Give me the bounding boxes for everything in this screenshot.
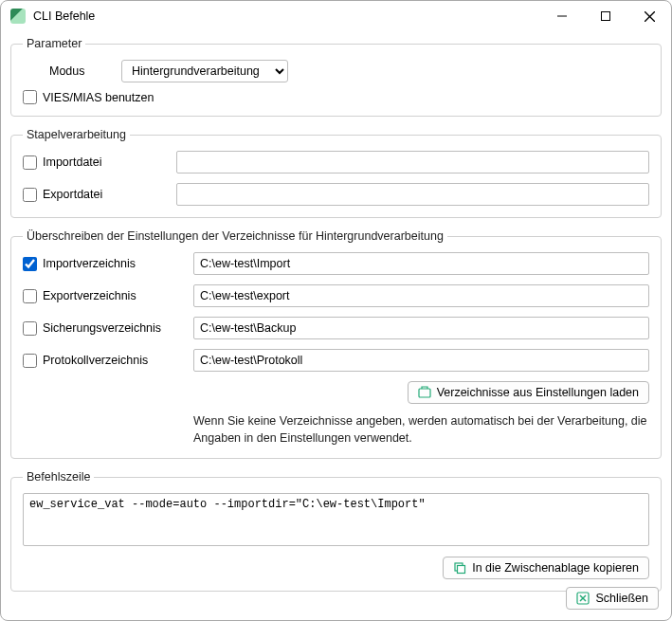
dirs-group: Überschreiben der Einstellungen der Verz…	[10, 229, 662, 459]
cmd-group: Befehlszeile In die Zwischenablage kopie…	[10, 470, 662, 592]
dirs-legend: Überschreiben der Einstellungen der Verz…	[23, 229, 447, 243]
exportdir-label-text: Exportverzeichnis	[43, 289, 136, 302]
load-dirs-button-label: Verzeichnisse aus Einstellungen laden	[437, 386, 639, 399]
load-icon	[418, 386, 431, 399]
close-button[interactable]	[627, 1, 671, 31]
copy-button-label: In die Zwischenablage kopieren	[472, 561, 639, 575]
importdir-checkbox[interactable]	[23, 257, 37, 271]
logdir-input[interactable]	[193, 349, 649, 372]
modus-label: Modus	[23, 64, 102, 78]
svg-rect-4	[419, 389, 430, 397]
backupdir-checkbox[interactable]	[23, 321, 37, 336]
vies-checkbox[interactable]	[23, 90, 37, 104]
importfile-input[interactable]	[176, 151, 649, 174]
app-icon	[10, 9, 26, 24]
svg-rect-6	[458, 566, 465, 574]
importdir-checkbox-label[interactable]: Importverzeichnis	[23, 257, 193, 271]
close-icon	[576, 592, 590, 605]
close-dialog-button-label: Schließen	[595, 592, 648, 605]
cmd-textarea[interactable]	[23, 493, 649, 546]
importfile-checkbox[interactable]	[23, 155, 37, 170]
exportfile-input[interactable]	[176, 183, 649, 206]
cmd-legend: Befehlszeile	[23, 470, 94, 484]
logdir-checkbox-label[interactable]: Protokollverzeichnis	[23, 354, 193, 368]
copy-icon	[453, 561, 466, 575]
load-dirs-button[interactable]: Verzeichnisse aus Einstellungen laden	[408, 381, 649, 404]
copy-button[interactable]: In die Zwischenablage kopieren	[443, 557, 649, 579]
exportdir-input[interactable]	[193, 284, 649, 307]
backupdir-input[interactable]	[193, 317, 649, 339]
parameter-group: Parameter Modus Hintergrundverarbeitung …	[10, 37, 662, 117]
titlebar: CLI Befehle	[1, 1, 671, 31]
backupdir-checkbox-label[interactable]: Sicherungsverzeichnis	[23, 321, 193, 336]
exportfile-checkbox[interactable]	[23, 188, 37, 202]
importdir-label-text: Importverzeichnis	[43, 257, 136, 270]
exportdir-checkbox-label[interactable]: Exportverzeichnis	[23, 289, 193, 303]
importfile-checkbox-label[interactable]: Importdatei	[23, 155, 176, 170]
minimize-button[interactable]	[540, 1, 584, 31]
parameter-legend: Parameter	[23, 37, 85, 50]
exportdir-checkbox[interactable]	[23, 289, 37, 303]
batch-legend: Stapelverarbeitung	[23, 128, 130, 141]
logdir-checkbox[interactable]	[23, 354, 37, 368]
dirs-hint: Wenn Sie keine Verzeichnisse angeben, we…	[193, 413, 649, 447]
window-title: CLI Befehle	[33, 9, 95, 23]
maximize-button[interactable]	[584, 1, 627, 31]
vies-label-text: VIES/MIAS benutzen	[43, 91, 154, 104]
importfile-label-text: Importdatei	[43, 155, 102, 169]
importdir-input[interactable]	[193, 252, 649, 275]
exportfile-label-text: Exportdatei	[43, 188, 102, 201]
close-dialog-button[interactable]: Schließen	[566, 587, 659, 610]
svg-rect-1	[602, 12, 610, 21]
logdir-label-text: Protokollverzeichnis	[43, 354, 148, 367]
exportfile-checkbox-label[interactable]: Exportdatei	[23, 188, 176, 202]
vies-checkbox-label[interactable]: VIES/MIAS benutzen	[23, 90, 154, 104]
batch-group: Stapelverarbeitung Importdatei Exportdat…	[10, 128, 662, 218]
modus-select[interactable]: Hintergrundverarbeitung	[121, 60, 288, 82]
backupdir-label-text: Sicherungsverzeichnis	[43, 321, 161, 335]
